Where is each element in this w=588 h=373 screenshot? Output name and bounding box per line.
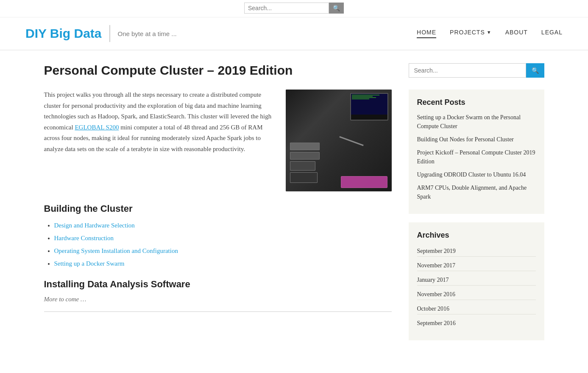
recent-posts-title: Recent Posts	[417, 98, 536, 107]
recent-post-4[interactable]: Upgrading ODROID Cluster to Ubuntu 16.04	[417, 170, 536, 179]
site-branding: DIY Big Data One byte at a time ...	[25, 25, 177, 42]
archives-title: Archives	[417, 231, 536, 240]
main-content: Personal Compute Cluster – 2019 Edition …	[44, 63, 392, 349]
device-1	[290, 143, 320, 150]
archive-nov-2017[interactable]: November 2017	[417, 260, 536, 271]
building-links-list: Design and Hardware Selection Hardware C…	[44, 220, 392, 269]
archive-jan-2017[interactable]: January 2017	[417, 275, 536, 286]
screen-line-4	[352, 98, 369, 99]
site-nav: HOME PROJECTS ▼ ABOUT LEGAL	[417, 29, 563, 38]
building-cluster-heading: Building the Cluster	[44, 203, 392, 214]
top-search-button[interactable]: 🔍	[329, 3, 344, 14]
intro-text: This project walks you through all the s…	[44, 90, 276, 191]
list-item: Design and Hardware Selection	[54, 220, 392, 230]
page-content: Personal Compute Cluster – 2019 Edition …	[19, 50, 570, 362]
device-2	[290, 152, 320, 160]
cable-graphic	[339, 136, 363, 146]
archive-oct-2016[interactable]: October 2016	[417, 303, 536, 314]
link-design-hardware[interactable]: Design and Hardware Selection	[54, 222, 135, 229]
list-item: Setting up a Docker Swarm	[54, 258, 392, 269]
article-divider	[44, 311, 392, 312]
site-title[interactable]: DIY Big Data	[25, 26, 102, 41]
sidebar: 🔍 Recent Posts Setting up a Docker Swarm…	[409, 63, 544, 349]
nav-projects-label: PROJECTS	[450, 29, 485, 36]
top-search-input[interactable]	[244, 3, 329, 14]
archive-sep-2019[interactable]: September 2019	[417, 246, 536, 257]
archives-section: Archives September 2019 November 2017 Ja…	[409, 222, 544, 340]
list-item: Operating System Installation and Config…	[54, 246, 392, 256]
eglobal-link[interactable]: EGLOBAL S200	[75, 124, 119, 131]
link-docker-swarm[interactable]: Setting up a Docker Swarm	[54, 260, 125, 267]
recent-posts-section: Recent Posts Setting up a Docker Swarm o…	[409, 90, 544, 214]
recent-post-3[interactable]: Project Kickoff – Personal Compute Clust…	[417, 148, 536, 166]
nav-home[interactable]: HOME	[417, 29, 436, 38]
link-hardware-construction[interactable]: Hardware Construction	[54, 235, 114, 241]
article-title: Personal Compute Cluster – 2019 Edition	[44, 63, 392, 78]
archive-sep-2016[interactable]: September 2016	[417, 318, 536, 328]
top-search-bar: 🔍	[0, 0, 588, 17]
chevron-down-icon: ▼	[487, 30, 492, 35]
site-tagline: One byte at a time ...	[118, 30, 177, 37]
archive-nov-2016[interactable]: November 2016	[417, 289, 536, 300]
screen-line-3	[352, 97, 376, 98]
recent-post-2[interactable]: Building Out Nodes for Personal Cluster	[417, 135, 536, 144]
nav-projects[interactable]: PROJECTS ▼	[450, 29, 492, 38]
site-header: DIY Big Data One byte at a time ... HOME…	[0, 17, 588, 50]
link-os-installation[interactable]: Operating System Installation and Config…	[54, 247, 178, 254]
sidebar-search: 🔍	[409, 63, 544, 78]
sidebar-search-button[interactable]: 🔍	[526, 63, 544, 78]
screen-line-2	[352, 96, 373, 97]
header-divider	[109, 25, 110, 42]
device-3	[290, 161, 315, 171]
article-intro: This project walks you through all the s…	[44, 90, 392, 191]
monitor-graphic	[350, 93, 388, 121]
more-to-come: More to come …	[44, 296, 392, 303]
keyboard-graphic	[341, 176, 387, 188]
list-item: Hardware Construction	[54, 233, 392, 243]
nav-legal[interactable]: LEGAL	[541, 29, 563, 38]
sidebar-search-input[interactable]	[409, 63, 526, 78]
recent-post-5[interactable]: ARM7 CPUs, Double Alignment, and Apache …	[417, 183, 536, 201]
article-image-inner	[286, 90, 392, 191]
recent-post-1[interactable]: Setting up a Docker Swarm on the Persona…	[417, 113, 536, 131]
nav-about[interactable]: ABOUT	[505, 29, 528, 38]
screen-line-1	[352, 95, 380, 95]
device-stack	[290, 143, 320, 183]
monitor-screen	[351, 94, 387, 115]
installing-software-heading: Installing Data Analysis Software	[44, 279, 392, 290]
device-4	[290, 172, 318, 183]
article-image	[286, 90, 392, 191]
